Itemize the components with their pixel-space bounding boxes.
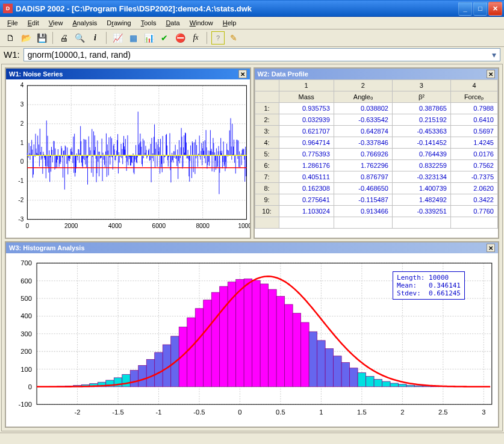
svg-rect-496	[399, 384, 406, 387]
stop-icon[interactable]: ⛔	[173, 31, 187, 45]
maximize-button[interactable]: □	[473, 2, 487, 16]
stats-box: Length: 10000 Mean: 0.346141 Stdev: 0.66…	[393, 271, 465, 300]
svg-text:8000: 8000	[196, 223, 210, 229]
svg-rect-492	[366, 377, 374, 387]
svg-rect-481	[276, 297, 284, 387]
menu-data[interactable]: Data	[161, 18, 184, 28]
pane-w1-noise[interactable]: W1: Noise Series ✕ 020004000600080001000…	[5, 67, 251, 239]
svg-rect-497	[406, 385, 414, 387]
svg-rect-484	[301, 322, 309, 387]
grid-icon[interactable]: ▦	[126, 31, 140, 45]
svg-rect-462	[122, 374, 130, 387]
app-icon: D	[3, 4, 13, 13]
formula-label: W1:	[4, 49, 20, 60]
print-icon[interactable]: 🖨	[57, 31, 70, 45]
info-icon[interactable]: i	[89, 31, 102, 45]
svg-rect-479	[260, 284, 268, 387]
svg-text:0.5: 0.5	[276, 409, 285, 416]
svg-text:400: 400	[20, 313, 32, 320]
svg-text:0: 0	[28, 383, 32, 390]
pane-close-icon[interactable]: ✕	[487, 244, 495, 252]
svg-text:-1: -1	[155, 409, 161, 416]
menu-analysis[interactable]: Analysis	[67, 18, 102, 28]
svg-text:-2: -2	[18, 197, 23, 203]
minimize-button[interactable]: _	[458, 2, 472, 16]
close-button[interactable]: ✕	[488, 2, 502, 16]
menu-file[interactable]: File	[2, 18, 23, 28]
open-icon[interactable]: 📂	[19, 31, 33, 45]
preview-icon[interactable]: 🔍	[73, 31, 86, 45]
edit-icon[interactable]: ✎	[227, 31, 240, 45]
svg-text:-3: -3	[18, 216, 23, 223]
pane-w2-title[interactable]: W2: Data Profile ✕	[255, 69, 499, 79]
menu-bar: File Edit View Analysis Drawing Tools Da…	[0, 17, 504, 29]
svg-text:100: 100	[20, 366, 32, 373]
svg-text:200: 200	[20, 348, 32, 355]
svg-rect-491	[358, 373, 366, 387]
svg-rect-487	[325, 349, 333, 387]
svg-text:3: 3	[20, 101, 24, 108]
plot-icon[interactable]: 📈	[111, 31, 124, 45]
formula-input[interactable]: gnorm(10000,1, rand, rand) ▾	[23, 48, 500, 61]
svg-text:0: 0	[20, 158, 24, 165]
svg-rect-477	[244, 279, 252, 387]
svg-rect-466	[155, 353, 163, 387]
formula-value: gnorm(10000,1, rand, rand)	[28, 50, 131, 60]
stats-mean: Mean: 0.346141	[397, 282, 461, 289]
menu-edit[interactable]: Edit	[23, 18, 44, 28]
stats-stdev: Stdev: 0.661245	[397, 289, 461, 297]
menu-help[interactable]: Help	[218, 18, 241, 28]
help-icon[interactable]: ?	[211, 31, 225, 45]
chart-icon[interactable]: 📊	[142, 31, 155, 45]
noise-chart: 0200040006000800010000 -3-2-101234	[6, 79, 250, 238]
window-title: DADiSP 2002 - [C:\Program Files\DSP2002]…	[16, 4, 458, 13]
pane-close-icon[interactable]: ✕	[238, 70, 247, 78]
pane-w1-title[interactable]: W1: Noise Series ✕	[6, 69, 250, 79]
workspace: W1: Noise Series ✕ 020004000600080001000…	[1, 64, 503, 431]
separator	[52, 32, 53, 44]
svg-rect-493	[374, 380, 382, 387]
window-titlebar: D DADiSP 2002 - [C:\Program Files\DSP200…	[0, 0, 504, 17]
svg-rect-465	[146, 360, 154, 387]
separator	[106, 32, 107, 44]
svg-rect-476	[236, 279, 244, 387]
svg-rect-464	[138, 365, 146, 387]
svg-text:3: 3	[482, 409, 485, 416]
pane-w2-data[interactable]: W2: Data Profile ✕ 1234MassAngle₀β²Force…	[254, 67, 500, 239]
pane-w3-histogram[interactable]: W3: Histogram Analysis ✕ -2-1.5-1-0.500.…	[5, 241, 499, 428]
svg-rect-485	[309, 331, 317, 387]
pane-w3-body: -2-1.5-1-0.500.511.522.53 -1000100200300…	[6, 253, 498, 427]
pane-close-icon[interactable]: ✕	[487, 70, 495, 78]
pane-w1-body: 0200040006000800010000 -3-2-101234	[6, 79, 250, 238]
svg-text:700: 700	[20, 260, 32, 267]
svg-text:2.5: 2.5	[438, 409, 448, 416]
svg-rect-490	[350, 368, 358, 387]
svg-rect-486	[317, 341, 325, 387]
menu-drawing[interactable]: Drawing	[102, 18, 135, 28]
formula-bar: W1: gnorm(10000,1, rand, rand) ▾	[0, 47, 504, 63]
svg-text:1.5: 1.5	[357, 409, 367, 416]
svg-text:600: 600	[20, 277, 32, 285]
pane-w3-title[interactable]: W3: Histogram Analysis ✕	[6, 242, 498, 253]
svg-rect-472	[204, 300, 211, 387]
svg-rect-478	[252, 280, 260, 387]
svg-text:0: 0	[26, 223, 30, 229]
menu-tools[interactable]: Tools	[136, 18, 161, 28]
svg-rect-489	[341, 363, 349, 387]
svg-rect-480	[269, 289, 276, 387]
save-icon[interactable]: 💾	[35, 31, 48, 45]
new-icon[interactable]: 🗋	[4, 31, 17, 45]
data-table[interactable]: 1234MassAngle₀β²Forceₚ1:0.9357530.038802…	[255, 79, 499, 229]
check-icon[interactable]: ✔	[158, 31, 171, 45]
svg-rect-471	[195, 309, 203, 387]
menu-window[interactable]: Window	[185, 18, 218, 28]
menu-view[interactable]: View	[44, 18, 68, 28]
svg-rect-495	[390, 383, 398, 387]
svg-text:-1: -1	[18, 177, 23, 184]
svg-text:10000: 10000	[238, 223, 249, 229]
dropdown-icon[interactable]: ▾	[492, 50, 496, 60]
svg-rect-482	[285, 304, 293, 387]
svg-text:0: 0	[238, 409, 241, 416]
svg-rect-463	[130, 371, 138, 387]
fx-icon[interactable]: fx	[189, 31, 202, 45]
